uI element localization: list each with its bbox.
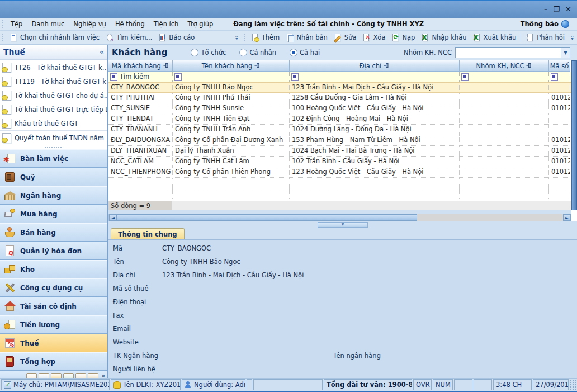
status-segment: Tổng đài tư vấn: 1900-8677 xyxy=(324,379,412,390)
report-button[interactable]: Báo cáo xyxy=(155,32,197,43)
sidebar-item-bank[interactable]: Ngân hàng xyxy=(0,186,107,205)
detail-label: Website xyxy=(113,338,139,346)
sidebar-shortcut-item[interactable]: TT26 - Tờ khai thuế GTGT k... xyxy=(0,60,107,74)
column-header-3[interactable]: Địa chỉ xyxy=(290,60,460,72)
branch-button[interactable]: Chọn chi nhánh làm việc xyxy=(6,32,102,43)
sidebar-item-cart[interactable]: Mua hàng xyxy=(0,205,107,223)
table-row[interactable]: NCC_THIENPHONGCông ty Cổ phần Thiên Phon… xyxy=(108,167,571,178)
pin-icon[interactable] xyxy=(526,62,532,70)
close-icon[interactable]: ✕ xyxy=(565,6,571,13)
menu-item[interactable]: Tệp xyxy=(6,19,27,29)
filter-cell[interactable] xyxy=(549,72,570,82)
sidebar-shortcut-item[interactable]: Quyết toán thuế TNDN năm▼ xyxy=(0,130,107,145)
menu-item[interactable]: Danh mục xyxy=(27,19,69,29)
scrollbar-thumb[interactable] xyxy=(117,214,417,221)
collapse-icon[interactable]: « xyxy=(100,48,104,56)
import-button[interactable]: Nhập khẩu xyxy=(418,32,469,43)
toolbar-left-group: Chọn chi nhánh làm việcTìm kiếm...Báo cá… xyxy=(6,32,197,43)
horizontal-scrollbar[interactable]: ◄ ► xyxy=(108,214,571,221)
menu-item[interactable]: Trợ giúp xyxy=(183,19,217,29)
sidebar-resize-gripper[interactable] xyxy=(0,145,107,149)
sidebar-item-tax[interactable]: Thuế xyxy=(0,334,107,352)
toolbar-overflow-button[interactable]: ‥▾ xyxy=(569,34,576,41)
table-row[interactable]: CTY_PHUTHAICông ty TNHH Phú Thái1258 Cầu… xyxy=(108,93,571,103)
column-header-1[interactable]: Mã khách hàng xyxy=(108,60,173,72)
sidebar-item-house[interactable]: Tài sản cố định xyxy=(0,297,107,315)
sidebar-item-safe[interactable]: Quỹ xyxy=(0,168,107,186)
search-button[interactable]: Tìm kiếm... xyxy=(102,32,155,43)
filter-checkbox-icon[interactable] xyxy=(461,73,469,81)
filter-cell[interactable] xyxy=(173,72,290,82)
sidebar-shortcut-item[interactable]: Tờ khai thuế GTGT cho dự á... xyxy=(0,88,107,102)
filter-checkbox-icon[interactable] xyxy=(110,73,117,81)
filter-checkbox-icon[interactable] xyxy=(551,73,558,81)
table-row[interactable]: ĐLY_THANHXUANĐại lý Thanh Xuân1024 Bạch … xyxy=(108,146,571,157)
filter-cell[interactable] xyxy=(290,72,460,82)
vertical-scrollbar[interactable] xyxy=(571,60,577,210)
column-header-2[interactable]: Tên khách hàng xyxy=(173,60,290,72)
maximize-icon[interactable]: ❐ xyxy=(553,6,560,13)
table-filter-row[interactable]: Tìm kiếm xyxy=(108,72,571,82)
resize-grip[interactable] xyxy=(570,379,576,390)
menu-item[interactable]: Tiện ích xyxy=(149,19,183,29)
scrollbar-track[interactable] xyxy=(417,214,563,221)
radio-option[interactable]: Cá nhân xyxy=(239,49,276,56)
filter-checkbox-icon[interactable] xyxy=(174,73,182,81)
splitter-handle[interactable]: ▼ xyxy=(318,222,368,228)
sidebar-shortcut-item[interactable]: TT119 - Tờ khai thuế GTGT k... xyxy=(0,74,107,88)
table-cell xyxy=(549,114,570,124)
table-row[interactable]: CTY_TIENDATCông ty TNHH Tiến Đạt102 Định… xyxy=(108,114,571,125)
sidebar-item-invoice[interactable]: Quản lý hóa đơn xyxy=(0,242,107,260)
filter-checkbox-icon[interactable] xyxy=(291,73,299,81)
table-row[interactable]: NCC_CATLAMCông ty TNHH Cát Lâm102 Trần B… xyxy=(108,157,571,167)
sidebar-item-basket[interactable]: Bán hàng xyxy=(0,223,107,242)
notification-area[interactable]: Thông báo xyxy=(521,20,569,28)
radio-selected[interactable]: Cả hai xyxy=(290,49,320,56)
sidebar-item-ledger[interactable]: Tổng hợp xyxy=(0,352,107,371)
sidebar-item-label: Bán hàng xyxy=(20,229,56,237)
sidebar-item-tools[interactable]: Công cụ dụng cụ xyxy=(0,278,107,297)
warehouse-icon xyxy=(3,263,16,276)
pin-icon[interactable] xyxy=(384,62,389,70)
radio-option[interactable]: Tổ chức xyxy=(191,49,226,56)
sidebar-item-workspace[interactable]: Bàn làm việc xyxy=(0,149,107,168)
panel-splitter[interactable]: ▼ xyxy=(108,221,577,228)
group-filter-combobox[interactable]: ▼ xyxy=(455,47,570,58)
filter-label: Tìm kiếm xyxy=(120,73,149,81)
minimize-icon[interactable]: – xyxy=(544,6,548,13)
sidebar-shortcut-item[interactable]: Tờ khai thuế GTGT trực tiếp t... xyxy=(0,102,107,116)
tab-general-info[interactable]: Thông tin chung xyxy=(111,228,185,239)
row-count-label: Số dòng = 9 xyxy=(108,201,172,210)
sidebar-item-payroll[interactable]: Tiền lương xyxy=(0,315,107,334)
add-button[interactable]: Thêm xyxy=(248,32,283,43)
scroll-left-icon[interactable]: ◄ xyxy=(109,214,117,221)
table-row[interactable]: ĐLY_DAIDUONGXACông ty Cổ phần Đại Dương … xyxy=(108,135,571,146)
delete-button[interactable]: Xóa xyxy=(359,32,388,43)
sidebar-item-label: Tiền lương xyxy=(20,321,60,329)
edit-button[interactable]: Sửa xyxy=(330,32,360,43)
pin-icon[interactable] xyxy=(163,62,169,70)
table-row[interactable]: CTY_BAONGOCCông ty TNHH Bảo Ngọc123 Trần… xyxy=(108,82,571,93)
menu-bar: TệpDanh mụcNghiệp vụHệ thốngTiện íchTrợ … xyxy=(0,18,577,31)
duplicate-button[interactable]: Nhân bản xyxy=(282,32,330,43)
menu-item[interactable]: Hệ thống xyxy=(111,19,149,29)
scroll-right-icon[interactable]: ► xyxy=(563,214,571,221)
table-row[interactable]: CTY_SUNSIECông ty TNHH Sunsie100 Hoàng Q… xyxy=(108,103,571,114)
column-header-4[interactable]: Nhóm KH, NCC xyxy=(460,60,549,72)
filter-cell[interactable] xyxy=(460,72,549,82)
chevron-down-icon[interactable]: ▼ xyxy=(561,48,570,58)
sidebar-shortcut-item[interactable]: Khấu trừ thuế GTGT xyxy=(0,116,107,130)
document-icon xyxy=(2,77,11,87)
filter-cell[interactable]: Tìm kiếm xyxy=(108,72,173,82)
toolbar-overflow-button[interactable]: ‥▾ xyxy=(233,34,240,41)
export-button[interactable]: Xuất khẩu xyxy=(470,32,519,43)
column-header-5[interactable]: Mã số xyxy=(549,60,570,72)
refresh-button[interactable]: Nạp xyxy=(388,32,418,43)
pin-icon[interactable] xyxy=(254,62,260,70)
sidebar-item-warehouse[interactable]: Kho xyxy=(0,260,107,278)
menu-item[interactable]: Nghiệp vụ xyxy=(69,19,111,29)
table-cell: 123 Hoàng Quốc Việt - Cầu Giấy - Hà Nội xyxy=(290,167,460,177)
feedback-button[interactable]: Phản hồi xyxy=(523,32,567,43)
table-row[interactable]: CTY_TRANANHCông ty TNHH Trần Anh1024 Đườ… xyxy=(108,125,571,135)
toolbar-button-label: Nhập khẩu xyxy=(432,34,466,41)
